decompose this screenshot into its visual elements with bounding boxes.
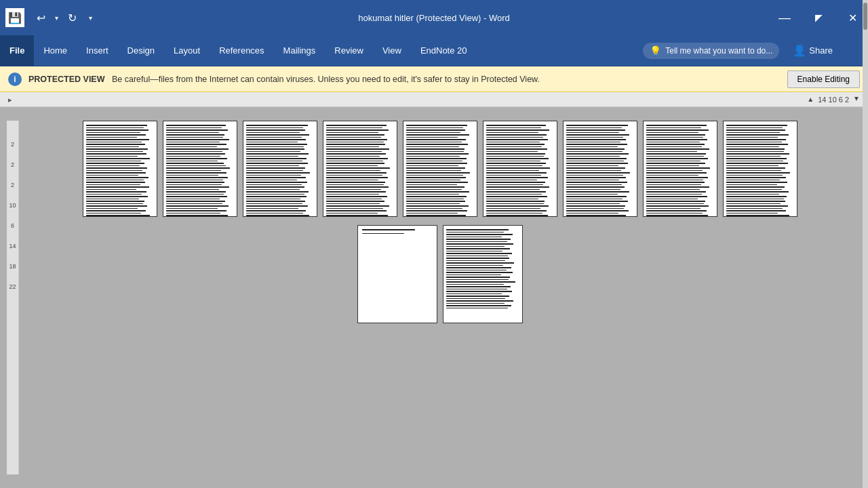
undo-redo-area: ↩ ▾ ↻ [33, 9, 81, 27]
tab-layout[interactable]: Layout [164, 35, 210, 66]
restore-button[interactable]: ◤ [803, 0, 834, 35]
minimize-button[interactable]: — [769, 0, 800, 35]
info-icon: i [8, 73, 22, 86]
ruler-stats: ▲ 14 10 6 2 ▲ [807, 96, 860, 104]
page-thumbnail-5[interactable] [403, 121, 477, 217]
tab-design[interactable]: Design [118, 35, 164, 66]
page-thumbnail-4[interactable] [323, 121, 397, 217]
page-thumbnail-10[interactable] [357, 225, 437, 323]
enable-editing-button[interactable]: Enable Editing [787, 70, 860, 88]
vertical-ruler: 2 2 2 10 6 14 18 22 [7, 121, 19, 474]
tab-insert[interactable]: Insert [77, 35, 118, 66]
undo-button[interactable]: ↩ [33, 9, 50, 27]
document-canvas: 2 2 2 10 6 14 18 22 [0, 107, 868, 488]
tell-me-input[interactable]: 💡 Tell me what you want to do... [643, 43, 779, 59]
share-button[interactable]: 👤 Share [785, 44, 841, 57]
redo-button[interactable]: ↻ [64, 9, 81, 27]
up-arrow-icon: ▲ [807, 96, 814, 103]
vertical-scrollbar[interactable] [863, 107, 868, 488]
tab-references[interactable]: References [210, 35, 273, 66]
save-button[interactable]: 💾 [5, 8, 24, 27]
page-thumbnail-8[interactable] [643, 121, 717, 217]
protected-view-text: PROTECTED VIEW Be careful—files from the… [28, 75, 781, 84]
title-bar-controls: — ◤ ✕ [769, 0, 868, 35]
title-bar-left: 💾 ↩ ▾ ↻ ▾ [0, 8, 96, 27]
page-thumbnail-6[interactable] [483, 121, 557, 217]
page-thumbnail-3[interactable] [243, 121, 317, 217]
page-thumbnail-11[interactable] [443, 225, 523, 323]
page-thumbnail-7[interactable] [563, 121, 637, 217]
tab-endnote20[interactable]: EndNote 20 [411, 35, 477, 66]
lightbulb-icon: 💡 [650, 45, 661, 56]
person-icon: 👤 [793, 44, 806, 57]
ribbon: File Home Insert Design Layout Reference… [0, 35, 868, 66]
tab-view[interactable]: View [373, 35, 411, 66]
page-row-2 [357, 225, 523, 323]
title-bar: 💾 ↩ ▾ ↻ ▾ hokumat hitler (Protected View… [0, 0, 868, 35]
page-thumbnail-1[interactable] [83, 121, 157, 217]
quick-access-dropdown[interactable]: ▾ [85, 12, 96, 24]
tab-home[interactable]: Home [34, 35, 77, 66]
tab-review[interactable]: Review [325, 35, 373, 66]
protected-view-bar: i PROTECTED VIEW Be careful—files from t… [0, 66, 868, 92]
page-thumbnail-9[interactable] [723, 121, 797, 217]
page-row-1 [83, 121, 797, 217]
ruler-area: ▸ ▲ 14 10 6 2 ▲ [0, 92, 868, 107]
document-title: hokumat hitler (Protected View) - Word [358, 13, 510, 23]
tab-mailings[interactable]: Mailings [274, 35, 326, 66]
ribbon-right: 💡 Tell me what you want to do... 👤 Share [643, 35, 868, 66]
down-arrow-icon: ▲ [853, 96, 860, 103]
document-pages-grid [19, 121, 861, 323]
page-thumbnail-2[interactable] [163, 121, 237, 217]
undo-dropdown[interactable]: ▾ [51, 12, 62, 24]
tab-file[interactable]: File [0, 35, 34, 66]
ruler-marker: ▸ [8, 95, 12, 104]
